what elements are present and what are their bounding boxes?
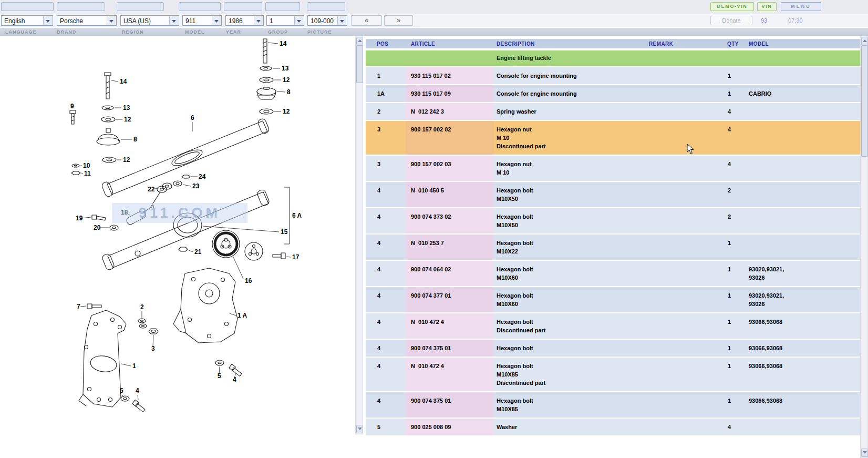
previous-picture-button[interactable]: « [351, 15, 382, 26]
diagram-scrollbar[interactable] [355, 36, 363, 434]
pos-cell: 4 [366, 340, 406, 357]
quick-nav-box[interactable] [224, 2, 262, 11]
remark-cell [646, 85, 719, 102]
remark-cell [646, 103, 719, 120]
exploded-parts-diagram: 1413128121413128121011962423221819206 A1… [0, 36, 355, 434]
remark-cell [646, 287, 719, 312]
diagram-part-label: 5 [218, 372, 221, 380]
article-cell: 900 157 002 03 [406, 156, 494, 181]
qty-cell: 1 [719, 392, 743, 418]
parts-table-panel: POS ARTICLE DESCRIPTION REMARK QTY MODEL… [366, 36, 860, 458]
table-row[interactable]: 3900 157 002 03Hexagon nutM 104 [366, 156, 860, 182]
table-row[interactable]: 4N 010 450 5Hexagon boltM10X502 [366, 182, 860, 208]
diagram-part-label: 6 A [292, 212, 302, 219]
description-cell: Hexagon boltM10X60 [494, 287, 646, 312]
brand-select[interactable]: Porsche [57, 15, 117, 26]
table-row[interactable]: 5900 025 008 09Washer4 [366, 419, 860, 436]
qty-cell: 4 [719, 419, 743, 435]
donate-button[interactable]: Donate [710, 16, 752, 25]
quick-nav-box[interactable] [265, 2, 300, 11]
group-label: GROUP [268, 29, 288, 35]
remark-cell [646, 67, 719, 84]
field-labels-row: LANGUAGE BRAND REGION MODEL YEAR GROUP P… [0, 27, 868, 36]
table-scrollbar[interactable] [860, 36, 868, 458]
table-row[interactable]: 2N 012 242 3Spring washer4 [366, 103, 860, 121]
table-row[interactable]: 4900 074 373 02Hexagon boltM10X502 [366, 208, 860, 235]
picture-select[interactable]: 109-000 [307, 15, 347, 26]
model-cell [743, 208, 860, 233]
group-header-row[interactable]: Engine lifting tackle [366, 50, 860, 67]
vin-button[interactable]: VIN [757, 2, 777, 11]
pos-cell: 4 [366, 392, 406, 418]
diagram-part-label: 19 [76, 215, 83, 222]
group-select[interactable]: 1 [266, 15, 304, 26]
diagram-part-label: 14 [280, 40, 287, 47]
scroll-thumb[interactable] [356, 45, 363, 83]
diagram-part-label: 1 A [237, 312, 247, 319]
diagram-part-label: 7 [77, 303, 80, 310]
article-cell: 900 074 373 02 [406, 208, 494, 233]
article-cell: N 010 450 5 [406, 182, 494, 207]
pos-cell: 4 [366, 208, 406, 233]
table-row[interactable]: 1A930 115 017 09Console for engine mount… [366, 85, 860, 103]
parts-table-body: 1930 115 017 02Console for engine mounti… [366, 67, 860, 436]
model-select[interactable]: 911 [182, 15, 222, 26]
table-row[interactable]: 1930 115 017 02Console for engine mounti… [366, 67, 860, 85]
model-cell: 93066,93068 [743, 358, 860, 391]
description-cell: Hexagon bolt [494, 340, 646, 357]
menu-button[interactable]: MENU [781, 2, 821, 11]
model-cell [743, 419, 860, 435]
pos-cell: 4 [366, 235, 406, 260]
qty-cell: 4 [719, 103, 743, 120]
table-row[interactable]: 4900 074 064 02Hexagon boltM10X60193020,… [366, 261, 860, 287]
diagram-part-label: 4 [136, 387, 139, 394]
table-row[interactable]: 4900 074 377 01Hexagon boltM10X60193020,… [366, 287, 860, 313]
demo-vin-button[interactable]: DEMO-VIN [710, 2, 754, 11]
top-toolbar: DEMO-VIN VIN MENU [0, 0, 868, 14]
quick-nav-box[interactable] [179, 2, 221, 11]
clock: 07:30 [788, 17, 803, 24]
quick-nav-box[interactable] [307, 2, 345, 11]
diagram-part-label: 6 [191, 114, 194, 121]
table-row[interactable]: 4N 010 472 4Hexagon boltM10X85Discontinu… [366, 358, 860, 392]
table-row[interactable]: 4N 010 472 4Hexagon boltDiscontinued par… [366, 313, 860, 340]
pos-cell: 4 [366, 287, 406, 312]
article-cell: 930 115 017 09 [406, 85, 494, 102]
model-cell [743, 235, 860, 260]
quick-nav-box[interactable] [1, 2, 54, 11]
scroll-down-arrow[interactable] [356, 425, 363, 433]
diagram-part-label: 10 [83, 162, 90, 169]
scroll-up-arrow[interactable] [356, 37, 363, 45]
diagram-part-label: 12 [283, 108, 290, 115]
remark-cell [646, 156, 719, 181]
scroll-down-arrow[interactable] [861, 449, 868, 457]
quick-nav-box[interactable] [57, 2, 105, 11]
language-select[interactable]: English [1, 15, 53, 26]
header-qty: QTY [727, 41, 739, 47]
scroll-thumb[interactable] [861, 45, 868, 157]
header-article: ARTICLE [411, 41, 435, 47]
year-select[interactable]: 1986 [225, 15, 264, 26]
qty-cell: 1 [719, 313, 743, 339]
qty-cell: 1 [719, 340, 743, 357]
region-select[interactable]: USA (US) [120, 15, 179, 26]
table-row[interactable]: 4900 074 375 01Hexagon bolt193066,93068 [366, 340, 860, 358]
pos-cell: 5 [366, 419, 406, 435]
chevron-down-icon [254, 16, 263, 25]
remark-cell [646, 182, 719, 207]
pos-cell: 3 [366, 121, 406, 155]
description-cell: Hexagon boltM10X85 [494, 392, 646, 418]
diagram-part-label: 2 [140, 303, 144, 311]
model-cell: 93020,93021,93026 [743, 261, 860, 286]
qty-cell: 1 [719, 235, 743, 260]
table-row[interactable]: 4N 010 253 7Hexagon boltM10X221 [366, 235, 860, 261]
chevron-down-icon [294, 16, 303, 25]
next-picture-button[interactable]: » [384, 15, 413, 26]
scroll-up-arrow[interactable] [861, 37, 868, 45]
article-cell: N 010 472 4 [406, 358, 494, 391]
pos-cell: 1 [366, 67, 406, 84]
quick-nav-box[interactable] [117, 2, 164, 11]
table-row[interactable]: 3900 157 002 02Hexagon nutM 10Discontinu… [366, 121, 860, 156]
table-row[interactable]: 4900 074 375 01Hexagon boltM10X85193066,… [366, 392, 860, 419]
remark-cell [646, 208, 719, 233]
